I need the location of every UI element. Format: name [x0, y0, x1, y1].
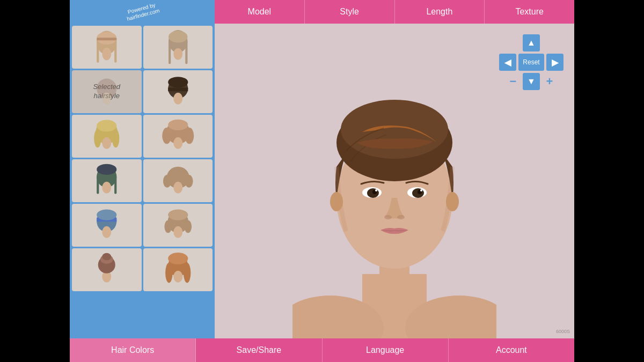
svg-rect-3 — [97, 38, 116, 40]
svg-rect-31 — [97, 176, 99, 194]
top-navigation: Powered by hairfinder.com Model Style Le… — [70, 0, 574, 24]
hair-row-5 — [72, 204, 213, 247]
hair-row-6 — [72, 248, 213, 291]
hair-row-2: Selected hairstyle — [72, 70, 213, 113]
svg-point-40 — [102, 226, 111, 238]
svg-point-44 — [164, 220, 172, 233]
main-content: Selected hairstyle — [70, 24, 574, 338]
svg-rect-17 — [168, 87, 188, 91]
tab-account[interactable]: Account — [449, 338, 574, 362]
move-left-button[interactable]: ◀ — [499, 54, 516, 71]
move-down-button[interactable]: ▼ — [523, 73, 540, 90]
svg-point-51 — [168, 253, 188, 264]
hairstyle-wavy-blonde[interactable] — [72, 115, 142, 158]
svg-point-16 — [173, 93, 182, 105]
svg-point-4 — [102, 48, 111, 61]
svg-point-30 — [102, 182, 111, 194]
preview-area: ▲ ◀ Reset ▶ − ▼ + — [215, 24, 574, 338]
svg-point-21 — [94, 129, 101, 147]
hairstyle-blue-bangs[interactable] — [72, 204, 142, 247]
svg-point-13 — [102, 93, 111, 105]
hair-row-4 — [72, 159, 213, 202]
svg-rect-10 — [169, 40, 171, 64]
hairstyle-short-bob[interactable] — [143, 204, 213, 247]
svg-point-49 — [102, 253, 111, 261]
svg-point-29 — [97, 164, 116, 175]
svg-point-25 — [162, 128, 171, 144]
brand-area: Powered by hairfinder.com — [70, 0, 215, 24]
svg-point-70 — [384, 215, 392, 219]
hairstyle-long-bangs[interactable] — [72, 26, 142, 69]
svg-point-24 — [173, 137, 182, 149]
reset-button[interactable]: Reset — [518, 54, 544, 71]
hairstyle-short-bowl[interactable] — [143, 70, 213, 113]
svg-point-26 — [185, 128, 194, 144]
tab-texture[interactable]: Texture — [485, 0, 574, 24]
svg-point-71 — [397, 215, 405, 219]
svg-point-39 — [97, 209, 116, 220]
svg-point-69 — [420, 189, 422, 191]
svg-point-54 — [183, 263, 191, 283]
position-controls: ▲ ◀ Reset ▶ − ▼ + — [499, 34, 564, 90]
hairstyle-wavy-auburn[interactable] — [143, 248, 213, 291]
svg-point-27 — [168, 120, 188, 130]
bottom-navigation: Hair Colors Save/Share Language Account — [70, 338, 574, 362]
top-nav-tabs: Model Style Length Texture — [215, 0, 574, 24]
tab-length[interactable]: Length — [395, 0, 485, 24]
move-right-button[interactable]: ▶ — [546, 54, 564, 71]
svg-rect-32 — [114, 176, 116, 194]
svg-point-43 — [173, 226, 182, 238]
svg-rect-5 — [97, 42, 99, 63]
svg-point-9 — [173, 48, 182, 60]
svg-point-68 — [375, 189, 377, 191]
hairstyle-selected-pixie[interactable]: Selected hairstyle — [72, 70, 142, 113]
zoom-in-button[interactable]: + — [542, 74, 557, 89]
svg-point-53 — [165, 263, 173, 283]
hairstyle-updo[interactable] — [72, 248, 142, 291]
hair-row-3 — [72, 115, 213, 158]
svg-rect-11 — [185, 40, 187, 64]
tab-hair-colors[interactable]: Hair Colors — [70, 338, 196, 362]
tab-model[interactable]: Model — [215, 0, 305, 24]
hairstyle-curly-bob[interactable] — [143, 159, 213, 202]
face-preview — [292, 60, 496, 338]
svg-point-52 — [173, 271, 182, 283]
hairstyle-dark-shoulder[interactable] — [72, 159, 142, 202]
svg-point-75 — [446, 192, 459, 211]
hairstyle-sidebar: Selected hairstyle — [70, 24, 215, 338]
hair-row-1 — [72, 26, 213, 69]
zoom-out-button[interactable]: − — [506, 74, 521, 89]
svg-point-19 — [97, 120, 116, 132]
tab-language[interactable]: Language — [323, 338, 449, 362]
hairstyle-long-straight[interactable] — [143, 26, 213, 69]
svg-point-20 — [102, 137, 111, 149]
svg-point-34 — [173, 182, 182, 194]
bottom-row: − ▼ + — [506, 73, 557, 90]
hairstyle-curly-medium[interactable] — [143, 115, 213, 158]
tab-save-share[interactable]: Save/Share — [196, 338, 322, 362]
powered-by-badge: Powered by hairfinder.com — [125, 1, 160, 22]
svg-rect-6 — [114, 42, 116, 63]
up-row: ▲ — [523, 34, 540, 51]
tab-style[interactable]: Style — [305, 0, 395, 24]
svg-point-8 — [169, 31, 187, 43]
watermark: 6000S — [556, 329, 570, 334]
middle-row: ◀ Reset ▶ — [499, 54, 564, 71]
svg-point-42 — [168, 209, 188, 220]
svg-point-35 — [163, 175, 171, 188]
move-up-button[interactable]: ▲ — [523, 34, 540, 51]
svg-point-22 — [112, 129, 120, 147]
svg-point-73 — [341, 100, 448, 159]
svg-point-45 — [184, 220, 192, 233]
svg-point-36 — [185, 175, 193, 188]
svg-point-74 — [330, 192, 343, 211]
svg-point-15 — [168, 77, 188, 87]
